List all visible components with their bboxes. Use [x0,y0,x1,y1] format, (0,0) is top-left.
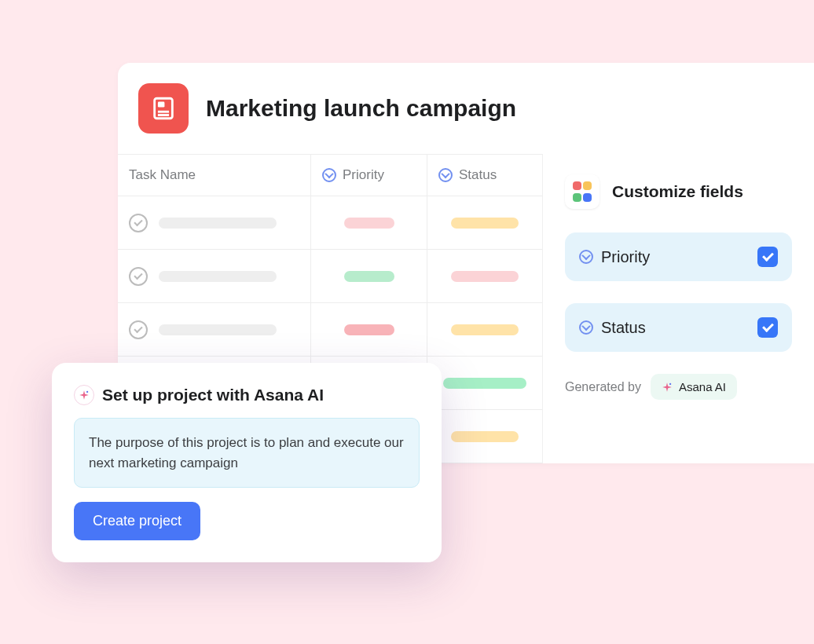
column-header-task-name[interactable]: Task Name [118,155,311,196]
asana-ai-pill[interactable]: Asana AI [651,374,737,400]
svg-rect-1 [158,102,165,108]
check-icon[interactable] [129,320,148,339]
ai-prompt-input[interactable]: The purpose of this project is to plan a… [74,418,420,488]
placeholder-text [159,324,277,335]
priority-cell [311,250,427,302]
create-project-button[interactable]: Create project [74,502,200,540]
customize-fields-panel: Customize fields Priority Status Generat… [543,154,814,463]
priority-cell [311,303,427,356]
task-row[interactable] [118,303,542,357]
status-pill [451,324,519,335]
status-cell [427,357,542,409]
generated-by-label: Generated by [565,380,641,394]
svg-point-4 [669,382,671,384]
table-header: Task Name Priority Status [118,154,542,196]
placeholder-text [159,218,277,229]
svg-point-5 [86,391,88,393]
field-label: Status [601,319,646,337]
status-pill [443,378,526,389]
sparkle-icon [74,385,94,405]
status-pill [451,218,519,229]
column-label: Priority [343,167,384,183]
project-icon [138,83,189,134]
chevron-down-icon [579,250,593,264]
priority-pill [344,271,394,282]
status-cell [427,303,542,356]
column-label: Task Name [129,167,196,183]
status-cell [427,250,542,302]
task-row[interactable] [118,250,542,303]
ai-popup-header: Set up project with Asana AI [74,385,420,405]
task-name-cell [118,250,311,302]
chevron-down-icon [322,168,336,182]
status-cell [427,196,542,249]
status-cell [427,410,542,463]
field-card-priority[interactable]: Priority [565,232,792,281]
generated-by-row: Generated by Asana AI [565,374,792,400]
status-pill [451,431,519,442]
customize-fields-icon [565,174,600,209]
status-pill [451,271,519,282]
check-icon[interactable] [129,214,148,232]
task-name-cell [118,303,311,356]
project-header: Marketing launch campaign [118,63,814,154]
project-title: Marketing launch campaign [206,95,516,122]
checkbox-checked-icon[interactable] [757,247,778,267]
check-icon[interactable] [129,267,148,286]
column-header-status[interactable]: Status [427,155,542,196]
priority-pill [344,324,394,335]
ai-setup-popup: Set up project with Asana AI The purpose… [52,363,442,562]
priority-pill [344,218,394,229]
column-header-priority[interactable]: Priority [311,155,427,196]
field-card-status[interactable]: Status [565,303,792,352]
checkbox-checked-icon[interactable] [757,317,778,338]
placeholder-text [159,271,277,282]
ai-pill-label: Asana AI [679,380,726,393]
field-label: Priority [601,248,650,266]
task-row[interactable] [118,196,542,250]
column-label: Status [459,167,497,183]
customize-title: Customize fields [612,182,743,201]
chevron-down-icon [579,320,593,335]
sparkle-icon [662,382,673,393]
priority-cell [311,196,427,249]
customize-header: Customize fields [565,174,792,209]
chevron-down-icon [438,168,453,182]
task-name-cell [118,196,311,249]
ai-popup-title: Set up project with Asana AI [102,386,324,404]
